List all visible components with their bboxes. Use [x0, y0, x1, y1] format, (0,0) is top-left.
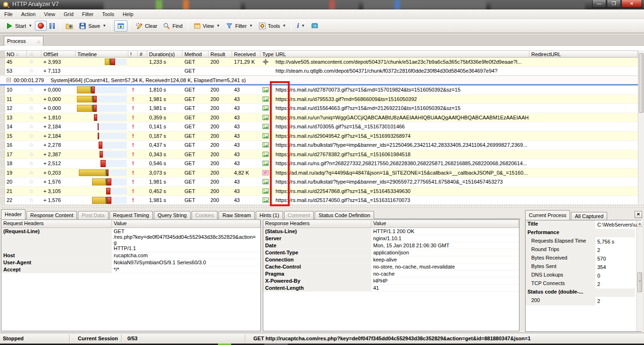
- tab-cookies[interactable]: Cookies: [192, 211, 218, 219]
- menu-grid[interactable]: Grid: [59, 10, 78, 18]
- side-panel-close-icon[interactable]: ✕: [635, 211, 642, 218]
- favorite-star-icon[interactable]: ☆: [27, 142, 42, 148]
- find-button[interactable]: Find: [160, 20, 185, 32]
- filter-menu-button[interactable]: Filter▼: [223, 20, 255, 32]
- cell-duration: 3,073 s: [147, 170, 183, 176]
- favorite-star-icon[interactable]: ☆: [27, 178, 42, 185]
- menu-filter[interactable]: Filter: [78, 10, 98, 18]
- favorite-star-icon[interactable]: ☆: [27, 123, 42, 130]
- request-row-11[interactable]: 11☆+ 0,000!1,981 sGET20043https://rs.mai…: [0, 95, 638, 104]
- request-row-21[interactable]: 21☆+ 3,105!0,452 sGET20043https://rs.mai…: [0, 187, 638, 196]
- column-header-received[interactable]: Received: [232, 51, 260, 57]
- tab-current-process[interactable]: Current Process: [525, 210, 570, 220]
- close-button[interactable]: ✕: [621, 0, 642, 8]
- collapse-icon[interactable]: [7, 78, 11, 82]
- header-value: */*: [112, 266, 260, 273]
- help-button[interactable]: ?: [308, 20, 321, 32]
- column-header-duration[interactable]: Duration(s): [147, 51, 183, 57]
- favorite-star-icon[interactable]: ☆: [27, 86, 42, 93]
- request-row-20[interactable]: 20☆+ 1,576!1,981 sGET20043https://rs.mai…: [0, 177, 638, 187]
- tab-all-captured[interactable]: All Captured: [571, 212, 607, 220]
- column-header-offset[interactable]: OffSet: [42, 51, 75, 57]
- favorite-star-icon[interactable]: ☆: [27, 105, 42, 111]
- request-row-15[interactable]: 15☆+ 2,184!0,187 sGET20043https://rs.mai…: [0, 132, 638, 141]
- tab-request-timing[interactable]: Request Timing: [109, 211, 153, 219]
- response-value-column[interactable]: Value: [371, 220, 519, 227]
- clear-button[interactable]: Clear: [133, 20, 160, 32]
- dropdown-caret-icon: ▼: [28, 24, 32, 28]
- request-row-22[interactable]: 22☆+ 1,576!1,981 sGET20043https://rs.mai…: [0, 196, 638, 204]
- tab-post-data[interactable]: Post Data: [78, 211, 108, 219]
- tab-header[interactable]: Header: [1, 209, 25, 219]
- grid-scrollbar-thumb[interactable]: [639, 53, 644, 113]
- tab-raw-stream[interactable]: Raw Stream: [218, 211, 255, 219]
- tab-query-string[interactable]: Query String: [154, 211, 191, 219]
- menu-view[interactable]: View: [40, 10, 59, 18]
- request-row-16[interactable]: 16☆+ 2,278!0,437 sGET20043https://rs.mai…: [0, 141, 638, 150]
- session-group-row[interactable]: 00:00:01.279System[4564] (Count=41, Sent…: [0, 76, 638, 84]
- tab-response-content[interactable]: Response Content: [26, 211, 77, 219]
- capture-button[interactable]: [114, 20, 127, 32]
- column-header-num[interactable]: #: [138, 51, 147, 57]
- tab-comment[interactable]: Comment: [284, 211, 314, 219]
- response-headers-column[interactable]: Response Headers: [263, 220, 371, 227]
- cell-type: [260, 59, 274, 65]
- request-row-19[interactable]: 19☆+ 0,203!3,073 sGET2004,82 Khttps://ad…: [0, 168, 638, 178]
- group-by-process-tab[interactable]: Process △: [4, 36, 43, 46]
- request-row-45[interactable]: 45☆+ 3,9931,233 sGET200171,29 Khttp://va…: [0, 58, 638, 67]
- open-button[interactable]: [63, 20, 76, 32]
- menu-help[interactable]: Help: [118, 10, 138, 18]
- favorite-star-icon[interactable]: ☆: [27, 96, 42, 102]
- stat-name: Title: [526, 220, 595, 229]
- menu-action[interactable]: Action: [17, 10, 40, 18]
- tab-hints-1[interactable]: Hints (1): [256, 211, 283, 219]
- view-menu-button[interactable]: View▼: [191, 20, 223, 32]
- scroll-up-icon[interactable]: ▲: [637, 220, 643, 227]
- request-row-12[interactable]: 12☆+ 0,000!1,981 sGET20043https://rs.mai…: [0, 104, 638, 113]
- horizontal-splitter[interactable]: [0, 204, 644, 209]
- grid-vertical-scrollbar[interactable]: [638, 50, 644, 204]
- restore-button[interactable]: ❐: [607, 0, 621, 8]
- favorite-star-icon[interactable]: ☆: [27, 114, 42, 121]
- column-header-result[interactable]: Result: [209, 51, 232, 57]
- side-scrollbar-thumb[interactable]: [637, 272, 642, 292]
- save-button[interactable]: Save▼: [76, 20, 109, 32]
- tab-status-code-definition[interactable]: Status Code Definition: [315, 211, 374, 219]
- column-header-star[interactable]: ☆: [27, 51, 42, 57]
- column-header-url[interactable]: URL: [274, 51, 529, 57]
- timeline-remainder: [115, 59, 127, 65]
- favorite-star-icon[interactable]: ☆: [27, 133, 42, 139]
- start-button[interactable]: Start▼: [3, 20, 35, 32]
- favorite-star-icon[interactable]: ☆: [27, 59, 42, 65]
- request-row-17[interactable]: 17☆+ 2,387!0,343 sGET20043https://rs.mai…: [0, 150, 638, 160]
- info-button[interactable]: i▼: [294, 21, 308, 31]
- favorite-star-icon[interactable]: ☆: [27, 151, 42, 158]
- request-value-column[interactable]: Value: [112, 220, 260, 227]
- column-header-timeline[interactable]: Timeline: [75, 51, 128, 57]
- favorite-star-icon[interactable]: ☆: [27, 197, 42, 203]
- favorite-star-icon[interactable]: ☆: [27, 160, 42, 167]
- side-panel-scrollbar[interactable]: ▲: [636, 220, 643, 331]
- request-row-10[interactable]: 10☆+ 0,000!1,810 sGET20043https://rs.mai…: [0, 85, 638, 95]
- favorite-star-icon[interactable]: ☆: [27, 67, 42, 74]
- cell-url: https://rs.mail.ru/bulkstat/?type=imp&ba…: [274, 142, 529, 148]
- column-header-type[interactable]: Type: [260, 51, 274, 57]
- minimize-button[interactable]: —: [592, 0, 606, 8]
- column-header-method[interactable]: Method: [183, 51, 209, 57]
- request-row-13[interactable]: 13☆+ 1,810!0,359 sGET20043https://rs.mai…: [0, 113, 638, 123]
- favorite-star-icon[interactable]: ☆: [27, 169, 42, 176]
- request-row-53[interactable]: 53☆+ 7,113GEThttp://steam.ru.qtlglb.com/…: [0, 67, 638, 76]
- column-header-no[interactable]: NO△: [5, 51, 27, 57]
- pause-button[interactable]: [47, 21, 58, 31]
- tools-menu-button[interactable]: Tools▼: [256, 20, 289, 32]
- column-header-bang[interactable]: !: [128, 51, 138, 57]
- request-headers-column[interactable]: Request Headers: [1, 220, 112, 227]
- record-button[interactable]: [35, 21, 47, 31]
- menu-tools[interactable]: Tools: [98, 10, 118, 18]
- cell-offset: + 0,203: [42, 170, 75, 176]
- request-row-18[interactable]: 18☆+ 2,512!0,546 sGET20043https://rs.mai…: [0, 159, 638, 168]
- request-row-14[interactable]: 14☆+ 2,184!0,141 sGET20043https://rs.mai…: [0, 122, 638, 132]
- favorite-star-icon[interactable]: ☆: [27, 188, 42, 194]
- menu-file[interactable]: File: [0, 10, 17, 18]
- column-header-redirect[interactable]: RedirectURL: [529, 51, 638, 57]
